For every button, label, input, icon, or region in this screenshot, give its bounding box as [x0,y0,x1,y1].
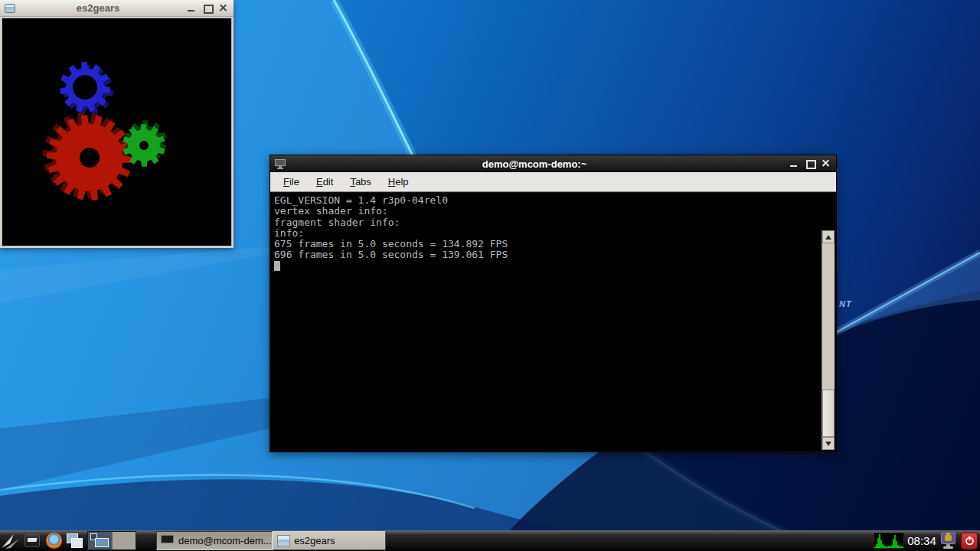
terminal-line: info: [274,228,820,239]
menu-edit[interactable]: Edit [309,174,340,189]
terminal-line: fragment shader info: [274,217,820,228]
minimize-icon[interactable] [789,158,799,169]
es2gears-window: es2gears [0,0,234,248]
app-menu-button[interactable] [0,531,21,550]
menu-tabs[interactable]: Tabs [343,174,377,189]
cpu-monitor[interactable] [874,533,904,549]
window-list: demo@mcom-dem... es2gears [156,531,386,550]
terminal-line: 696 frames in 5.0 seconds = 139.061 FPS [274,249,820,260]
close-icon[interactable] [218,3,229,14]
es2gears-window-title: es2gears [15,2,181,14]
clock: 08:34 [904,534,939,547]
terminal-icon [161,535,175,546]
file-manager-button[interactable] [21,531,43,550]
scroll-down-icon[interactable] [822,437,835,450]
terminal-output[interactable]: EGL_VERSION = 1.4 r3p0-04rel0vertex shad… [271,193,835,451]
workspace-2[interactable] [112,532,136,549]
minimize-icon[interactable] [186,3,197,14]
maximize-icon[interactable] [202,3,213,14]
terminal-text: EGL_VERSION = 1.4 r3p0-04rel0vertex shad… [274,195,820,261]
shutdown-button[interactable] [961,533,978,549]
task-button-es2gears[interactable]: es2gears [273,531,386,550]
close-icon[interactable] [821,158,831,169]
maximize-icon[interactable] [805,158,815,169]
file-manager-icon [24,534,40,547]
menu-help[interactable]: Help [381,174,416,189]
screenlock-icon[interactable] [939,532,958,549]
terminal-menubar: File Edit Tabs Help [270,172,836,192]
terminal-line: 675 frames in 5.0 seconds = 134.892 FPS [274,239,820,249]
firefox-button[interactable] [43,531,64,550]
terminal-icon [275,159,286,169]
scrollbar-thumb[interactable] [822,390,835,437]
window-icon [277,535,290,546]
menu-logo-icon [1,533,21,549]
taskbar: demo@mcom-dem... es2gears 08:34 [0,530,980,551]
power-icon [965,536,975,546]
scroll-up-icon[interactable] [822,230,835,243]
mini-window [95,538,109,547]
terminal-scrollbar[interactable] [822,230,835,450]
system-tray: 08:34 [874,530,980,551]
task-button-terminal[interactable]: demo@mcom-dem... [156,531,273,550]
desktop: NT es2gears demo@mcom-demo:~ [0,0,980,551]
task-label: demo@mcom-dem... [178,535,272,546]
terminal-window: demo@mcom-demo:~ File Edit Tabs Help EGL… [270,155,837,452]
gears-graphic [2,18,231,246]
workspace-1[interactable] [88,532,112,549]
terminal-window-title: demo@mcom-demo:~ [286,158,783,170]
terminal-titlebar[interactable]: demo@mcom-demo:~ [270,155,836,172]
task-label: es2gears [294,535,335,546]
workspace-pager [87,531,136,550]
es2gears-viewport [2,18,232,246]
menu-file[interactable]: File [276,174,306,189]
terminal-cursor [274,261,280,271]
windows-icon [67,533,83,549]
wallpaper-logo-fragment: NT [839,299,852,308]
es2gears-titlebar[interactable]: es2gears [0,0,234,17]
terminal-line: EGL_VERSION = 1.4 r3p0-04rel0 [274,195,820,206]
firefox-icon [46,533,62,549]
iconify-windows-button[interactable] [64,531,86,550]
window-icon [5,4,15,13]
terminal-line: vertex shader info: [274,206,820,217]
